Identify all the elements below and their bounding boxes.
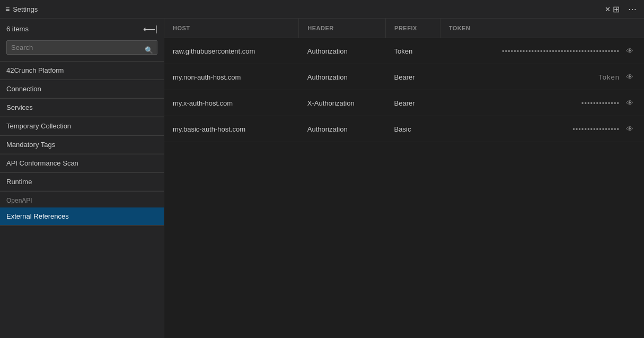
sidebar-item-external-references[interactable]: External References	[0, 207, 164, 226]
reveal-token-button[interactable]: 👁	[624, 46, 636, 56]
sidebar-count: 6 items	[6, 25, 29, 33]
titlebar-actions: ⊞ ⋯	[611, 3, 639, 15]
table-container: HOST HEADER PREFIX TOKEN raw.githubuserc…	[164, 19, 644, 142]
reveal-token-button[interactable]: 👁	[624, 124, 636, 134]
more-options-button[interactable]: ⋯	[626, 3, 639, 15]
sidebar-item-api-conformance[interactable]: API Conformance Scan	[0, 154, 164, 172]
close-tab-button[interactable]: ✕	[605, 5, 611, 13]
col-token: TOKEN	[440, 19, 644, 38]
titlebar-title: Settings	[13, 5, 601, 13]
sidebar-collapse-button[interactable]: ⟵|	[143, 24, 157, 34]
cell-host: my.non-auth-host.com	[164, 64, 299, 90]
titlebar: ≡ Settings ✕ ⊞ ⋯	[0, 0, 644, 19]
table-row: my.basic-auth-host.com Authorization Bas…	[164, 116, 644, 142]
cell-prefix: Token	[386, 38, 440, 64]
cell-token: ••••••••••••• 👁	[440, 90, 644, 116]
divider	[0, 226, 164, 226]
cell-header: Authorization	[299, 64, 386, 90]
sidebar-item-42crunch[interactable]: 42Crunch Platform	[0, 62, 164, 80]
cell-token: ••••••••••••••••••••••••••••••••••••••••…	[440, 38, 644, 64]
sidebar-header: 6 items ⟵|	[0, 19, 164, 38]
sidebar-item-services[interactable]: Services	[0, 99, 164, 117]
col-header: HEADER	[299, 19, 386, 38]
cell-header: X-Authorization	[299, 90, 386, 116]
cell-host: my.x-auth-host.com	[164, 90, 299, 116]
token-value: Token	[598, 73, 620, 81]
token-value: ••••••••••••••••••••••••••••••••••••••••	[502, 47, 620, 55]
reveal-token-button[interactable]: 👁	[624, 98, 636, 108]
search-input[interactable]	[6, 40, 157, 55]
col-host: HOST	[164, 19, 299, 38]
openapi-section-label: OpenAPI	[0, 192, 164, 207]
table-row: my.x-auth-host.com X-Authorization Beare…	[164, 90, 644, 116]
table-row: raw.githubusercontent.com Authorization …	[164, 38, 644, 64]
search-container: 🔍	[0, 38, 164, 61]
table-header-row: HOST HEADER PREFIX TOKEN	[164, 19, 644, 38]
cell-header: Authorization	[299, 116, 386, 142]
cell-token: Token 👁	[440, 64, 644, 90]
references-table: HOST HEADER PREFIX TOKEN raw.githubuserc…	[164, 19, 644, 142]
token-value: •••••••••••••	[581, 99, 620, 107]
cell-token: •••••••••••••••• 👁	[440, 116, 644, 142]
cell-host: raw.githubusercontent.com	[164, 38, 299, 64]
cell-prefix: Basic	[386, 116, 440, 142]
menu-icon: ≡	[5, 5, 10, 13]
cell-prefix: Bearer	[386, 64, 440, 90]
table-row: my.non-auth-host.com Authorization Beare…	[164, 64, 644, 90]
token-value: ••••••••••••••••	[572, 125, 620, 133]
sidebar-item-connection[interactable]: Connection	[0, 80, 164, 98]
col-prefix: PREFIX	[386, 19, 440, 38]
layout-button[interactable]: ⊞	[611, 3, 622, 15]
cell-header: Authorization	[299, 38, 386, 64]
sidebar: 6 items ⟵| 🔍 42Crunch Platform Connectio…	[0, 19, 164, 338]
main-layout: 6 items ⟵| 🔍 42Crunch Platform Connectio…	[0, 19, 644, 338]
sidebar-item-runtime[interactable]: Runtime	[0, 173, 164, 191]
cell-host: my.basic-auth-host.com	[164, 116, 299, 142]
sidebar-item-mandatory-tags[interactable]: Mandatory Tags	[0, 136, 164, 154]
content-area: HOST HEADER PREFIX TOKEN raw.githubuserc…	[164, 19, 644, 338]
cell-prefix: Bearer	[386, 90, 440, 116]
sidebar-item-temporary-collection[interactable]: Temporary Collection	[0, 117, 164, 135]
reveal-token-button[interactable]: 👁	[624, 72, 636, 82]
